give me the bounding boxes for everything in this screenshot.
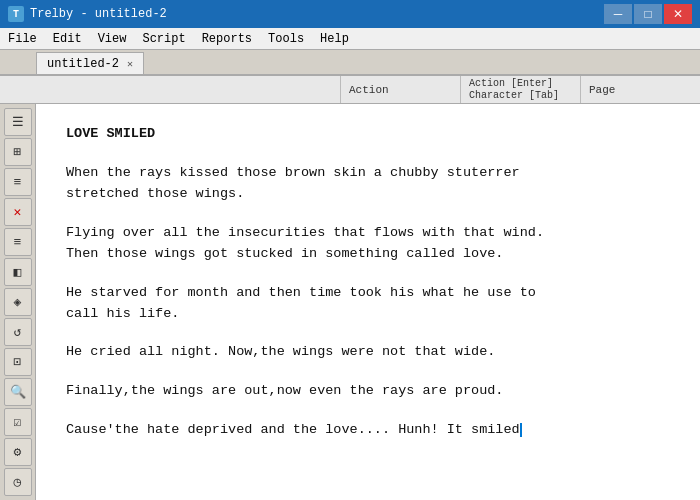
sidebar-btn-9[interactable]: ⊡ bbox=[4, 348, 32, 376]
content-area[interactable]: LOVE SMILED When the rays kissed those b… bbox=[36, 104, 700, 500]
tab-bar: untitled-2 ✕ bbox=[0, 50, 700, 76]
col-headers: Action Action [Enter] Character [Tab] Pa… bbox=[0, 76, 700, 104]
poem-para-6: Cause'the hate deprived and the love....… bbox=[66, 420, 670, 441]
sidebar-btn-8[interactable]: ↺ bbox=[4, 318, 32, 346]
sidebar-btn-6[interactable]: ◧ bbox=[4, 258, 32, 286]
maximize-button[interactable]: □ bbox=[634, 4, 662, 24]
tab-label: untitled-2 bbox=[47, 57, 119, 71]
poem-para-5: Finally,the wings are out,now even the r… bbox=[66, 381, 670, 402]
menu-view[interactable]: View bbox=[90, 28, 135, 49]
poem-para-4: He cried all night. Now,the wings were n… bbox=[66, 342, 670, 363]
tab-close-btn[interactable]: ✕ bbox=[127, 58, 133, 70]
sidebar-btn-11[interactable]: ☑ bbox=[4, 408, 32, 436]
col-spacer bbox=[36, 76, 340, 103]
sidebar-btn-1[interactable]: ☰ bbox=[4, 108, 32, 136]
sidebar-btn-7[interactable]: ◈ bbox=[4, 288, 32, 316]
title-bar: T Trelby - untitled-2 ─ □ ✕ bbox=[0, 0, 700, 28]
menu-reports[interactable]: Reports bbox=[194, 28, 260, 49]
poem-para-2: Flying over all the insecurities that fl… bbox=[66, 223, 670, 265]
sidebar-btn-4[interactable]: ✕ bbox=[4, 198, 32, 226]
window-title: Trelby - untitled-2 bbox=[30, 7, 167, 21]
sidebar: ☰ ⊞ ≡ ✕ ≡ ◧ ◈ ↺ ⊡ 🔍 ☑ ⚙ ◷ bbox=[0, 104, 36, 500]
text-cursor bbox=[520, 423, 522, 437]
col-action-char: Action [Enter] Character [Tab] bbox=[460, 76, 580, 103]
close-button[interactable]: ✕ bbox=[664, 4, 692, 24]
poem-para-3: He starved for month and then time took … bbox=[66, 283, 670, 325]
poem-para-1: When the rays kissed those brown skin a … bbox=[66, 163, 670, 205]
col-page: Page bbox=[580, 76, 700, 103]
tab-untitled2[interactable]: untitled-2 ✕ bbox=[36, 52, 144, 74]
menu-script[interactable]: Script bbox=[134, 28, 193, 49]
sidebar-btn-13[interactable]: ◷ bbox=[4, 468, 32, 496]
menu-edit[interactable]: Edit bbox=[45, 28, 90, 49]
app-icon-label: T bbox=[13, 9, 19, 20]
sidebar-btn-12[interactable]: ⚙ bbox=[4, 438, 32, 466]
menu-tools[interactable]: Tools bbox=[260, 28, 312, 49]
menu-file[interactable]: File bbox=[0, 28, 45, 49]
title-controls: ─ □ ✕ bbox=[604, 4, 692, 24]
poem-title: LOVE SMILED bbox=[66, 124, 670, 145]
sidebar-btn-10[interactable]: 🔍 bbox=[4, 378, 32, 406]
sidebar-btn-3[interactable]: ≡ bbox=[4, 168, 32, 196]
minimize-button[interactable]: ─ bbox=[604, 4, 632, 24]
title-bar-left: T Trelby - untitled-2 bbox=[8, 6, 167, 22]
sidebar-btn-5[interactable]: ≡ bbox=[4, 228, 32, 256]
app-icon: T bbox=[8, 6, 24, 22]
sidebar-btn-2[interactable]: ⊞ bbox=[4, 138, 32, 166]
menu-help[interactable]: Help bbox=[312, 28, 357, 49]
menu-bar: File Edit View Script Reports Tools Help bbox=[0, 28, 700, 50]
col-action: Action bbox=[340, 76, 460, 103]
main-layout: ☰ ⊞ ≡ ✕ ≡ ◧ ◈ ↺ ⊡ 🔍 ☑ ⚙ ◷ LOVE SMILED Wh… bbox=[0, 104, 700, 500]
